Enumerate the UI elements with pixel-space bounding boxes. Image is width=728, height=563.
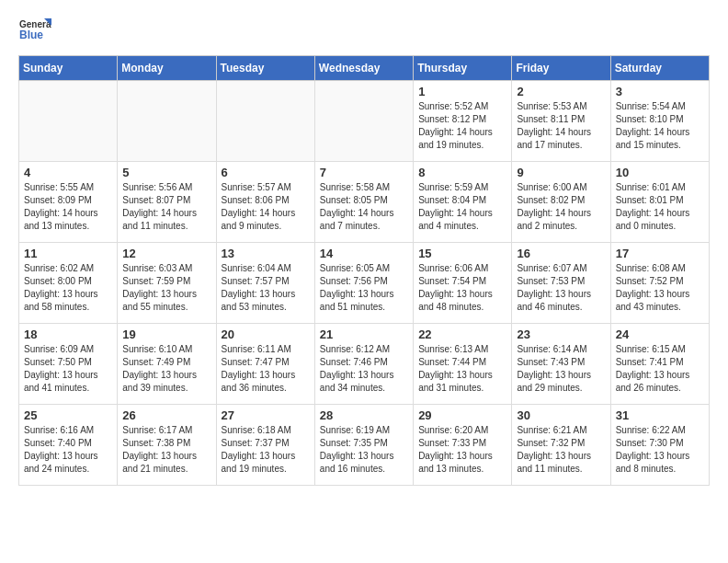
- day-number: 3: [616, 85, 704, 98]
- cell-text: and 51 minutes.: [320, 301, 408, 314]
- cell-text: Daylight: 13 hours: [320, 288, 408, 301]
- day-number: 12: [122, 247, 210, 260]
- cell-text: and 19 minutes.: [418, 139, 506, 152]
- cell-text: Daylight: 14 hours: [616, 126, 704, 139]
- cell-text: and 58 minutes.: [24, 301, 112, 314]
- cell-text: Sunrise: 6:15 AM: [616, 343, 704, 356]
- cell-text: Sunset: 7:37 PM: [222, 437, 310, 450]
- cell-text: Sunrise: 5:55 AM: [24, 181, 112, 194]
- calendar-cell: 27Sunrise: 6:18 AMSunset: 7:37 PMDayligh…: [216, 405, 314, 486]
- cell-text: and 46 minutes.: [517, 301, 605, 314]
- cell-text: Daylight: 14 hours: [122, 207, 210, 220]
- cell-text: Daylight: 13 hours: [517, 288, 605, 301]
- cell-text: Sunrise: 5:56 AM: [122, 181, 210, 194]
- calendar-cell: 11Sunrise: 6:02 AMSunset: 8:00 PMDayligh…: [19, 243, 118, 324]
- cell-text: Daylight: 14 hours: [24, 207, 112, 220]
- cell-text: and 26 minutes.: [616, 382, 704, 395]
- day-number: 7: [320, 166, 408, 179]
- cell-text: Daylight: 13 hours: [24, 369, 112, 382]
- calendar-header-row: SundayMondayTuesdayWednesdayThursdayFrid…: [19, 56, 710, 81]
- cell-text: and 21 minutes.: [122, 463, 210, 476]
- calendar-cell: [216, 81, 314, 162]
- cell-text: Sunrise: 6:00 AM: [517, 181, 605, 194]
- calendar-cell: 5Sunrise: 5:56 AMSunset: 8:07 PMDaylight…: [118, 162, 216, 243]
- cell-text: Daylight: 13 hours: [418, 369, 506, 382]
- cell-text: Daylight: 13 hours: [320, 369, 408, 382]
- cell-text: and 13 minutes.: [418, 463, 506, 476]
- cell-text: and 24 minutes.: [24, 463, 112, 476]
- cell-text: and 53 minutes.: [222, 301, 310, 314]
- svg-text:Blue: Blue: [19, 29, 43, 41]
- cell-text: Daylight: 13 hours: [517, 369, 605, 382]
- cell-text: Sunrise: 6:08 AM: [616, 262, 704, 275]
- calendar-cell: [314, 81, 413, 162]
- cell-text: Sunrise: 5:54 AM: [616, 100, 704, 113]
- cell-text: Daylight: 13 hours: [517, 450, 605, 463]
- header: General Blue: [18, 15, 710, 48]
- cell-text: Sunrise: 6:22 AM: [616, 424, 704, 437]
- header-cell-monday: Monday: [118, 56, 216, 81]
- cell-text: Daylight: 13 hours: [122, 369, 210, 382]
- cell-text: Sunset: 7:35 PM: [320, 437, 408, 450]
- calendar-cell: 19Sunrise: 6:10 AMSunset: 7:49 PMDayligh…: [118, 324, 216, 405]
- cell-text: Sunrise: 6:20 AM: [418, 424, 506, 437]
- cell-text: and 11 minutes.: [517, 463, 605, 476]
- day-number: 28: [320, 408, 408, 422]
- week-row-1: 1Sunrise: 5:52 AMSunset: 8:12 PMDaylight…: [19, 81, 710, 162]
- header-cell-thursday: Thursday: [414, 56, 512, 81]
- day-number: 25: [24, 408, 112, 422]
- cell-text: Sunrise: 6:10 AM: [122, 343, 210, 356]
- cell-text: Sunset: 8:04 PM: [418, 194, 506, 207]
- cell-text: Daylight: 13 hours: [320, 450, 408, 463]
- cell-text: and 9 minutes.: [222, 220, 310, 233]
- cell-text: and 31 minutes.: [418, 382, 506, 395]
- calendar-cell: 22Sunrise: 6:13 AMSunset: 7:44 PMDayligh…: [414, 324, 512, 405]
- cell-text: and 29 minutes.: [517, 382, 605, 395]
- cell-text: Sunrise: 6:07 AM: [517, 262, 605, 275]
- cell-text: Sunset: 8:07 PM: [122, 194, 210, 207]
- cell-text: Daylight: 13 hours: [222, 450, 310, 463]
- calendar-cell: 28Sunrise: 6:19 AMSunset: 7:35 PMDayligh…: [314, 405, 413, 486]
- calendar-table: SundayMondayTuesdayWednesdayThursdayFrid…: [18, 55, 710, 486]
- cell-text: and 11 minutes.: [122, 220, 210, 233]
- cell-text: Sunset: 8:02 PM: [517, 194, 605, 207]
- calendar-cell: 9Sunrise: 6:00 AMSunset: 8:02 PMDaylight…: [512, 162, 610, 243]
- calendar-cell: 21Sunrise: 6:12 AMSunset: 7:46 PMDayligh…: [314, 324, 413, 405]
- cell-text: Sunset: 8:09 PM: [24, 194, 112, 207]
- cell-text: Daylight: 14 hours: [616, 207, 704, 220]
- cell-text: Sunrise: 6:12 AM: [320, 343, 408, 356]
- cell-text: and 4 minutes.: [418, 220, 506, 233]
- day-number: 18: [24, 327, 112, 341]
- calendar-cell: 15Sunrise: 6:06 AMSunset: 7:54 PMDayligh…: [414, 243, 512, 324]
- cell-text: Sunrise: 5:58 AM: [320, 181, 408, 194]
- cell-text: Sunset: 8:06 PM: [222, 194, 310, 207]
- cell-text: Sunrise: 6:03 AM: [122, 262, 210, 275]
- cell-text: and 55 minutes.: [122, 301, 210, 314]
- day-number: 1: [418, 85, 506, 98]
- cell-text: Sunset: 7:52 PM: [616, 275, 704, 288]
- calendar-cell: 7Sunrise: 5:58 AMSunset: 8:05 PMDaylight…: [314, 162, 413, 243]
- calendar-cell: 26Sunrise: 6:17 AMSunset: 7:38 PMDayligh…: [118, 405, 216, 486]
- cell-text: Daylight: 13 hours: [616, 288, 704, 301]
- cell-text: Daylight: 14 hours: [517, 126, 605, 139]
- calendar-cell: 20Sunrise: 6:11 AMSunset: 7:47 PMDayligh…: [216, 324, 314, 405]
- cell-text: and 41 minutes.: [24, 382, 112, 395]
- day-number: 20: [222, 327, 310, 341]
- cell-text: Sunrise: 6:01 AM: [616, 181, 704, 194]
- day-number: 4: [24, 166, 112, 179]
- calendar-cell: 18Sunrise: 6:09 AMSunset: 7:50 PMDayligh…: [19, 324, 118, 405]
- header-cell-friday: Friday: [512, 56, 610, 81]
- cell-text: Sunrise: 6:02 AM: [24, 262, 112, 275]
- calendar-cell: 2Sunrise: 5:53 AMSunset: 8:11 PMDaylight…: [512, 81, 610, 162]
- cell-text: Sunset: 7:33 PM: [418, 437, 506, 450]
- cell-text: Daylight: 13 hours: [24, 288, 112, 301]
- cell-text: Daylight: 13 hours: [616, 450, 704, 463]
- cell-text: Sunset: 7:44 PM: [418, 356, 506, 369]
- cell-text: Sunrise: 6:05 AM: [320, 262, 408, 275]
- cell-text: and 15 minutes.: [616, 139, 704, 152]
- calendar-cell: 14Sunrise: 6:05 AMSunset: 7:56 PMDayligh…: [314, 243, 413, 324]
- cell-text: and 36 minutes.: [222, 382, 310, 395]
- cell-text: Sunset: 7:38 PM: [122, 437, 210, 450]
- header-cell-sunday: Sunday: [19, 56, 118, 81]
- cell-text: Daylight: 13 hours: [418, 450, 506, 463]
